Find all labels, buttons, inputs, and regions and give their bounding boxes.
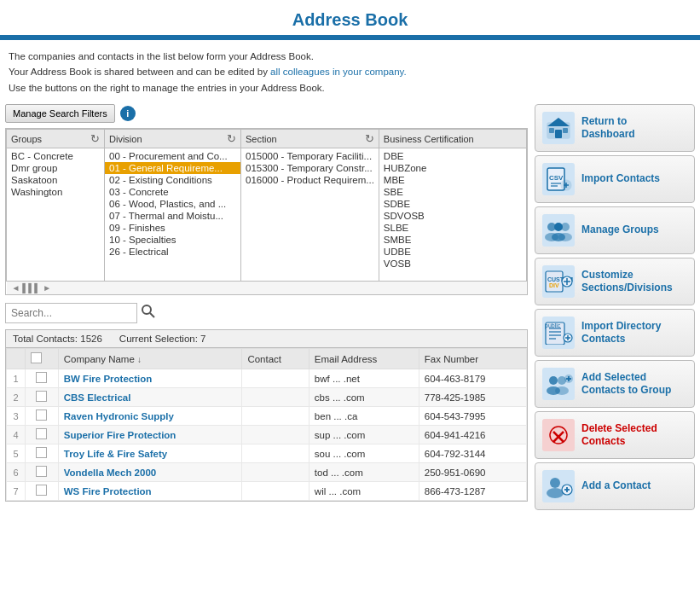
svg-marker-3 xyxy=(547,118,570,126)
bizcert-list[interactable]: DBE HUBZone MBE SBE SDBE SDVOSB SLBE SMB… xyxy=(379,148,526,281)
group-item[interactable]: Dmr group xyxy=(7,162,104,174)
row-contact xyxy=(242,407,309,426)
col-header-section: Section ↻ xyxy=(241,130,379,148)
division-item[interactable]: 10 - Specialties xyxy=(105,234,240,246)
row-company[interactable]: Vondella Mech 2000 xyxy=(58,463,242,482)
row-company[interactable]: Raven Hydronic Supply xyxy=(58,407,242,426)
right-panel: Return toDashboard CSV Import Contacts xyxy=(535,104,695,510)
search-icon xyxy=(141,304,156,319)
row-checkbox[interactable] xyxy=(36,485,47,496)
col-header-checkbox[interactable] xyxy=(26,349,59,369)
row-checkbox-cell[interactable] xyxy=(26,388,59,407)
return-dashboard-button[interactable]: Return toDashboard xyxy=(535,104,695,152)
refresh-division-icon[interactable]: ↻ xyxy=(227,132,236,145)
row-contact xyxy=(242,482,309,501)
row-checkbox[interactable] xyxy=(36,409,47,421)
row-company[interactable]: Superior Fire Protection xyxy=(58,426,242,444)
division-item[interactable]: 00 - Procurement and Co... xyxy=(105,150,240,162)
refresh-groups-icon[interactable]: ↻ xyxy=(90,132,100,145)
refresh-section-icon[interactable]: ↻ xyxy=(365,132,374,145)
manage-filters-button[interactable]: Manage Search Filters xyxy=(5,104,115,123)
row-checkbox[interactable] xyxy=(36,372,47,383)
section-list[interactable]: 015000 - Temporary Faciliti... 015300 - … xyxy=(241,148,379,281)
row-fax: 604-463-8179 xyxy=(419,369,526,388)
bizcert-item[interactable]: SMBE xyxy=(379,234,526,246)
bizcert-item[interactable]: VOSB xyxy=(379,258,526,270)
row-num: 4 xyxy=(7,426,26,444)
groups-list[interactable]: BC - Concrete Dmr group Saskatoon Washin… xyxy=(7,148,104,281)
row-checkbox-cell[interactable] xyxy=(26,369,59,388)
row-checkbox-cell[interactable] xyxy=(26,426,59,444)
row-num: 7 xyxy=(7,482,26,501)
svg-point-45 xyxy=(550,478,560,488)
col-header-email: Email Address xyxy=(309,349,419,369)
division-item[interactable]: 06 - Wood, Plastics, and ... xyxy=(105,198,240,210)
division-item[interactable]: 26 - Electrical xyxy=(105,246,240,258)
division-item[interactable]: 09 - Finishes xyxy=(105,222,240,234)
row-company[interactable]: WS Fire Protection xyxy=(58,482,242,501)
bizcert-item[interactable]: SDVOSB xyxy=(379,210,526,222)
row-checkbox-cell[interactable] xyxy=(26,407,59,426)
row-checkbox-cell[interactable] xyxy=(26,444,59,463)
division-item[interactable]: 07 - Thermal and Moistu... xyxy=(105,210,240,222)
row-fax: 604-543-7995 xyxy=(419,407,526,426)
section-list-cell: 015000 - Temporary Faciliti... 015300 - … xyxy=(241,148,379,282)
search-button[interactable] xyxy=(139,302,158,324)
contacts-table: Company Name ↓ Contact Email Address Fax… xyxy=(6,348,527,501)
delete-contacts-icon xyxy=(542,419,575,451)
manage-groups-button[interactable]: Manage Groups xyxy=(535,206,695,254)
table-row: 3 Raven Hydronic Supply ben ... .ca 604-… xyxy=(7,407,527,426)
bizcert-item[interactable]: HUBZone xyxy=(379,162,526,174)
delete-contacts-button[interactable]: Delete SelectedContacts xyxy=(535,411,695,459)
import-directory-button[interactable]: public Import DirectoryContacts xyxy=(535,309,695,357)
import-contacts-button[interactable]: CSV Import Contacts xyxy=(535,155,695,203)
division-item[interactable]: 02 - Existing Conditions xyxy=(105,174,240,186)
row-checkbox[interactable] xyxy=(36,466,47,477)
row-fax: 604-941-4216 xyxy=(419,426,526,444)
row-contact xyxy=(242,463,309,482)
add-contact-button[interactable]: Add a Contact xyxy=(535,462,695,510)
svg-text:DIV: DIV xyxy=(549,282,559,288)
import-contacts-icon: CSV xyxy=(542,163,575,195)
left-panel: Manage Search Filters i Groups ↻ xyxy=(5,104,528,510)
select-all-checkbox[interactable] xyxy=(31,352,42,363)
bizcert-item[interactable]: SBE xyxy=(379,186,526,198)
row-checkbox-cell[interactable] xyxy=(26,463,59,482)
row-checkbox[interactable] xyxy=(36,428,47,439)
division-list[interactable]: 00 - Procurement and Co... 01 - General … xyxy=(105,148,240,281)
group-item[interactable]: Washington xyxy=(7,186,104,198)
row-checkbox[interactable] xyxy=(36,447,47,458)
row-checkbox-cell[interactable] xyxy=(26,482,59,501)
division-list-cell: 00 - Procurement and Co... 01 - General … xyxy=(105,148,241,282)
return-dashboard-label: Return toDashboard xyxy=(581,115,635,142)
section-item[interactable]: 015300 - Temporary Constr... xyxy=(241,162,379,174)
add-contact-label: Add a Contact xyxy=(581,479,651,493)
customize-icon: CUSTOM DIV xyxy=(542,265,575,298)
section-item[interactable]: 015000 - Temporary Faciliti... xyxy=(241,150,379,162)
bizcert-item[interactable]: SDBE xyxy=(379,198,526,210)
contacts-summary: Total Contacts: 1526 Current Selection: … xyxy=(6,330,527,348)
bizcert-item[interactable]: MBE xyxy=(379,174,526,186)
group-item[interactable]: Saskatoon xyxy=(7,174,104,186)
info-icon[interactable]: i xyxy=(120,106,136,121)
bizcert-item[interactable]: DBE xyxy=(379,150,526,162)
add-to-group-button[interactable]: Add SelectedContacts to Group xyxy=(535,360,695,408)
row-num: 6 xyxy=(7,463,26,482)
section-item[interactable]: 016000 - Product Requirem... xyxy=(241,174,379,186)
division-item[interactable]: 03 - Concrete xyxy=(105,186,240,198)
row-company[interactable]: BW Fire Protection xyxy=(58,369,242,388)
svg-point-19 xyxy=(552,233,565,241)
col-header-company[interactable]: Company Name ↓ xyxy=(58,349,242,369)
bizcert-item[interactable]: UDBE xyxy=(379,246,526,258)
search-input[interactable] xyxy=(5,303,137,323)
row-checkbox[interactable] xyxy=(36,391,47,402)
bizcert-item[interactable]: SLBE xyxy=(379,222,526,234)
division-item-selected[interactable]: 01 - General Requireme... xyxy=(105,162,240,174)
row-company[interactable]: CBS Electrical xyxy=(58,388,242,407)
current-selection-label: Current Selection: 7 xyxy=(119,334,206,344)
row-email: bwf ... .net xyxy=(309,369,419,388)
svg-rect-6 xyxy=(563,128,568,133)
customize-sections-button[interactable]: CUSTOM DIV CustomizeSections/Divisions xyxy=(535,258,695,305)
row-company[interactable]: Troy Life & Fire Safety xyxy=(58,444,242,463)
group-item[interactable]: BC - Concrete xyxy=(7,150,104,162)
